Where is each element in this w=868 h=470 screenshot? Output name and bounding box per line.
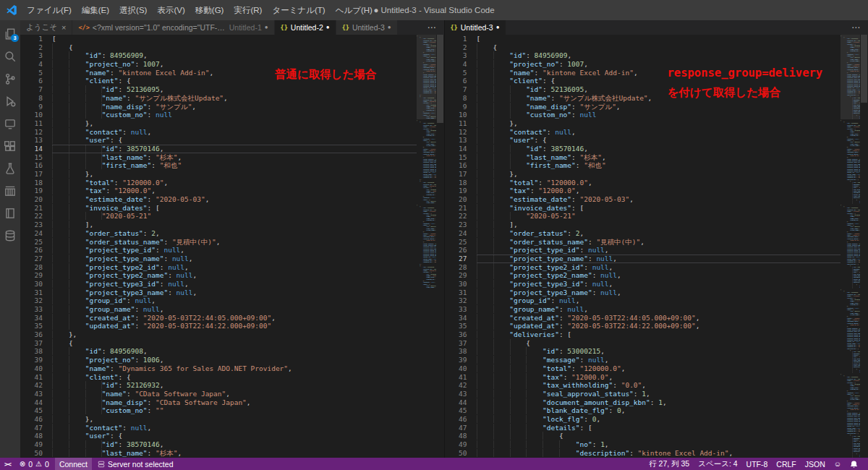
line-number[interactable]: 48: [20, 432, 52, 440]
code-line[interactable]: 36 },: [20, 330, 417, 339]
source-control-icon[interactable]: [0, 67, 20, 90]
line-number[interactable]: 4: [20, 60, 52, 69]
code-line[interactable]: 37 {: [20, 339, 417, 348]
code-line[interactable]: 15 "last_name": "杉本",: [20, 153, 417, 162]
line-number[interactable]: 12: [20, 128, 52, 137]
code-line[interactable]: 31 "project_type3_name": null,: [445, 289, 841, 297]
code-line[interactable]: 28 "project_type2_id": null,: [445, 263, 841, 272]
code-line[interactable]: 17 },: [445, 170, 841, 179]
line-number[interactable]: 41: [445, 373, 477, 382]
code-line[interactable]: 20 "estimate_date": "2020-05-03",: [20, 195, 417, 204]
line-number[interactable]: 6: [20, 77, 52, 85]
line-number[interactable]: 29: [20, 271, 52, 280]
code-line[interactable]: 32 "group_id": null,: [20, 296, 417, 305]
code-line[interactable]: 1[: [20, 35, 417, 43]
line-number[interactable]: 48: [445, 432, 477, 440]
notebook-icon[interactable]: [0, 202, 20, 224]
indentation-status[interactable]: スペース: 4: [694, 458, 741, 470]
code-line[interactable]: 11 },: [445, 119, 841, 128]
menu-item[interactable]: ファイル(F): [22, 0, 77, 20]
line-number[interactable]: 25: [445, 238, 477, 247]
scrollbar-thumb[interactable]: [861, 35, 867, 103]
code-line[interactable]: 29 "project_type2_name": null,: [20, 271, 417, 280]
code-line[interactable]: 37 {: [445, 339, 841, 348]
menu-item[interactable]: 選択(S): [114, 0, 152, 20]
cursor-position[interactable]: 行 27, 列 35: [644, 458, 694, 470]
code-line[interactable]: 49 "id": 38570146,: [20, 440, 417, 449]
line-number[interactable]: 49: [20, 440, 52, 449]
vertical-scrollbar[interactable]: [860, 35, 868, 458]
line-number[interactable]: 3: [20, 51, 52, 60]
code-line[interactable]: 1[: [445, 35, 841, 43]
code-line[interactable]: 44 "name_disp": "CData Software Japan",: [20, 398, 417, 407]
minimap-slider[interactable]: [841, 35, 860, 119]
code-line[interactable]: 15 "last_name": "杉本",: [445, 153, 841, 162]
line-number[interactable]: 19: [445, 187, 477, 195]
line-number[interactable]: 14: [20, 145, 52, 153]
line-number[interactable]: 1: [445, 35, 477, 43]
encoding-status[interactable]: UTF-8: [742, 458, 773, 470]
menu-item[interactable]: 実行(R): [229, 0, 267, 20]
code-line[interactable]: 39 "message": null,: [445, 356, 841, 364]
line-number[interactable]: 30: [445, 280, 477, 289]
code-line[interactable]: 3 "id": 84956909,: [20, 51, 417, 60]
code-line[interactable]: 29 "project_type2_name": null,: [445, 271, 841, 280]
line-number[interactable]: 24: [445, 229, 477, 238]
code-line[interactable]: 38 "id": 53000215,: [445, 347, 841, 356]
menu-item[interactable]: ターミナル(T): [267, 0, 330, 20]
language-mode[interactable]: JSON: [801, 458, 830, 470]
line-number[interactable]: 21: [20, 204, 52, 213]
line-number[interactable]: 17: [20, 170, 52, 179]
line-number[interactable]: 36: [20, 330, 52, 339]
line-number[interactable]: 43: [445, 390, 477, 398]
line-number[interactable]: 34: [20, 314, 52, 322]
code-line[interactable]: 50 "description": "kintone Excel Add-in"…: [445, 449, 841, 458]
line-number[interactable]: 27: [20, 255, 52, 263]
code-line[interactable]: 18 "total": "120000.0",: [20, 179, 417, 187]
line-number[interactable]: 16: [20, 161, 52, 170]
line-number[interactable]: 12: [445, 128, 477, 137]
line-number[interactable]: 2: [20, 43, 52, 52]
line-number[interactable]: 15: [20, 153, 52, 162]
line-number[interactable]: 42: [20, 381, 52, 390]
test-beaker-icon[interactable]: [0, 157, 20, 179]
line-number[interactable]: 17: [445, 170, 477, 179]
database-icon[interactable]: [0, 224, 20, 247]
code-line[interactable]: 16 "first_name": "和也": [445, 161, 841, 170]
code-line[interactable]: 3 "id": 84956909,: [445, 51, 841, 60]
code-line[interactable]: 40 "name": "Dynamics 365 for Sales ADO.N…: [20, 364, 417, 373]
line-number[interactable]: 23: [20, 221, 52, 229]
code-line[interactable]: 21 "invoice_dates": [: [20, 204, 417, 213]
line-number[interactable]: 10: [20, 111, 52, 119]
code-line[interactable]: 19 "tax": "12000.0",: [445, 187, 841, 195]
code-line[interactable]: 46 },: [20, 415, 417, 424]
line-number[interactable]: 39: [445, 356, 477, 364]
line-number[interactable]: 46: [20, 415, 52, 424]
minimap[interactable]: [ { "id": 84956909, "project_no": 1007, …: [417, 35, 436, 458]
code-line[interactable]: 25 "order_status_name": "見積中(中)",: [20, 238, 417, 247]
line-number[interactable]: 47: [445, 424, 477, 432]
code-line[interactable]: 2 {: [20, 43, 417, 52]
line-number[interactable]: 28: [20, 263, 52, 272]
search-icon[interactable]: [0, 45, 20, 67]
line-number[interactable]: 33: [20, 305, 52, 314]
line-number[interactable]: 9: [20, 103, 52, 111]
editor-tab[interactable]: ようこそ×: [20, 20, 72, 35]
code-line[interactable]: 41 "tax": "12000.0",: [445, 373, 841, 382]
extensions-icon[interactable]: [0, 134, 20, 157]
code-line[interactable]: 42 "id": 52126932,: [20, 381, 417, 390]
line-number[interactable]: 5: [20, 69, 52, 77]
line-number[interactable]: 35: [445, 322, 477, 330]
code-line[interactable]: 10 "custom_no": null: [20, 111, 417, 119]
line-number[interactable]: 13: [20, 136, 52, 145]
run-debug-icon[interactable]: [0, 90, 20, 112]
code-line[interactable]: 12 "contact": null,: [445, 128, 841, 137]
explorer-icon[interactable]: 3: [0, 22, 20, 45]
code-line[interactable]: 10 "custom_no": null: [445, 111, 841, 119]
line-number[interactable]: 11: [20, 119, 52, 128]
line-number[interactable]: 36: [445, 330, 477, 339]
line-number[interactable]: 10: [445, 111, 477, 119]
line-number[interactable]: 20: [445, 195, 477, 204]
tab-modified-dot[interactable]: ●: [388, 20, 391, 35]
code-line[interactable]: 26 "project_type_id": null,: [20, 246, 417, 255]
